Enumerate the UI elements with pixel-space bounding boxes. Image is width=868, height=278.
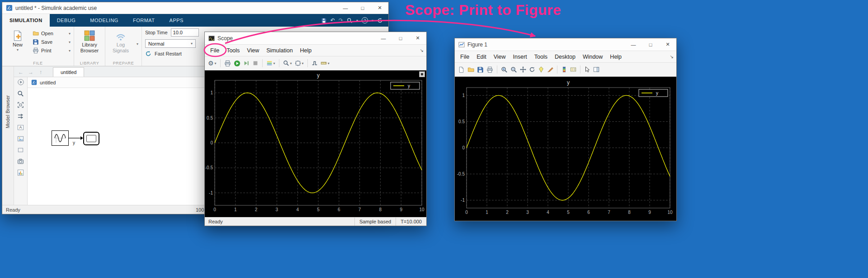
data-cursor-button[interactable] — [538, 66, 545, 73]
help-icon[interactable]: ? — [362, 17, 368, 23]
menu-file[interactable]: File — [457, 51, 473, 62]
print-figure-button[interactable] — [486, 66, 494, 74]
update-diagram-icon[interactable] — [17, 113, 24, 120]
close-button[interactable]: ✕ — [409, 32, 426, 44]
new-figure-button[interactable] — [458, 66, 465, 74]
sync-icon[interactable] — [377, 18, 383, 23]
undo-icon[interactable]: ↶ — [330, 18, 335, 23]
menu-help[interactable]: Help — [297, 45, 316, 56]
new-button[interactable]: New ▾ — [5, 29, 30, 59]
image-icon[interactable] — [17, 135, 24, 142]
zoom-out-button[interactable] — [510, 66, 518, 74]
stop-button[interactable] — [252, 60, 259, 67]
insert-colorbar-button[interactable] — [561, 66, 568, 73]
save-figure-button[interactable] — [476, 66, 484, 74]
print-button[interactable] — [224, 60, 231, 67]
area-box-icon[interactable] — [17, 147, 24, 153]
viewer-chart-icon[interactable] — [17, 169, 24, 176]
log-signals-button[interactable]: Log Signals — [108, 29, 133, 59]
fast-restart-button[interactable]: Fast Restart — [145, 51, 199, 57]
show-model-browser-button[interactable] — [17, 79, 24, 86]
stop-time-input[interactable] — [171, 28, 199, 37]
zoom-out-icon — [510, 66, 517, 73]
tab-format[interactable]: FORMAT — [126, 14, 162, 27]
redo-icon[interactable]: ↷ — [339, 18, 343, 23]
measurements-button[interactable]: ▾ — [320, 60, 330, 67]
print-button[interactable]: Print ▾ — [33, 47, 71, 54]
scope-chart[interactable]: 012345678910-1-0.500.51yy — [205, 70, 426, 217]
menu-tools[interactable]: Tools — [531, 51, 551, 62]
open-file-button[interactable] — [467, 66, 475, 74]
trigger-button[interactable] — [311, 60, 318, 67]
save-icon[interactable] — [321, 18, 327, 23]
help-dropdown-icon[interactable]: ▾ — [372, 19, 373, 23]
maximize-button[interactable]: □ — [354, 2, 371, 14]
search-icon[interactable] — [347, 18, 353, 23]
settings-button[interactable]: ⚙▾ — [208, 60, 217, 67]
figure-titlebar[interactable]: Figure 1 — □ ✕ — [455, 38, 676, 51]
style-dropdown-icon: ▾ — [274, 61, 275, 65]
section-label-file: FILE — [2, 61, 74, 65]
zoom-icon[interactable] — [17, 90, 24, 97]
menu-edit[interactable]: Edit — [473, 51, 490, 62]
scope-toolbar: ⚙▾ ▾ ▾ ▾ ▾ — [205, 56, 426, 70]
up-icon[interactable]: ↑ — [36, 69, 46, 77]
scope-titlebar[interactable]: Scope — □ ✕ — [205, 32, 426, 45]
quick-access-dropdown-icon[interactable]: ▾ — [356, 19, 358, 23]
pan-button[interactable] — [519, 66, 527, 73]
insert-legend-button[interactable] — [570, 66, 577, 73]
simulink-titlebar[interactable]: untitled * - Simulink academic use — □ ✕ — [2, 2, 388, 14]
close-button[interactable]: ✕ — [371, 2, 388, 14]
tab-simulation[interactable]: SIMULATION — [2, 14, 50, 27]
forward-icon[interactable]: → — [26, 69, 36, 77]
menu-tools[interactable]: Tools — [223, 45, 243, 56]
simulation-mode-select[interactable]: Normal ▾ — [145, 39, 196, 48]
menu-view[interactable]: View — [243, 45, 263, 56]
fit-view-icon[interactable] — [17, 102, 24, 108]
x-tick-label: 4 — [296, 207, 299, 212]
maximize-button[interactable]: □ — [642, 38, 659, 51]
tab-apps[interactable]: APPS — [162, 14, 191, 27]
edit-plot-button[interactable] — [584, 66, 591, 73]
close-button[interactable]: ✕ — [659, 38, 676, 51]
menu-window[interactable]: Window — [579, 51, 606, 62]
menu-desktop[interactable]: Desktop — [551, 51, 579, 62]
library-browser-button[interactable]: Library Browser — [77, 29, 102, 59]
prepare-gallery-dropdown-icon[interactable]: ▾ — [137, 42, 138, 46]
zoom-in-button[interactable] — [500, 66, 508, 74]
maximize-button[interactable]: □ — [392, 32, 409, 44]
tab-modeling[interactable]: MODELING — [83, 14, 126, 27]
tab-debug[interactable]: DEBUG — [50, 14, 83, 27]
rotate-3d-button[interactable] — [528, 66, 536, 73]
menu-insert[interactable]: Insert — [509, 51, 531, 62]
annotation-icon[interactable] — [17, 124, 24, 131]
back-icon[interactable]: ← — [16, 69, 26, 77]
brush-button[interactable] — [547, 66, 554, 73]
menu-view[interactable]: View — [490, 51, 509, 62]
sine-wave-block[interactable] — [52, 130, 69, 146]
menu-file[interactable]: File — [207, 45, 223, 56]
editor-tab-untitled[interactable]: untitled — [53, 67, 84, 77]
maximize-axes-button[interactable] — [419, 71, 425, 77]
menubar-corner-icon[interactable]: ↘ — [420, 48, 424, 53]
zoom-button[interactable]: ▾ — [283, 60, 292, 67]
open-button[interactable]: Open ▾ — [33, 30, 71, 37]
save-button[interactable]: Save ▾ — [33, 39, 71, 45]
minimize-button[interactable]: — — [337, 2, 354, 14]
figure-chart[interactable]: 012345678910-1-0.500.51yy — [455, 77, 676, 221]
simulink-app-icon — [6, 5, 13, 11]
minimize-button[interactable]: — — [375, 32, 392, 44]
model-browser-strip[interactable]: Model Browser — [2, 66, 14, 205]
camera-icon[interactable] — [17, 158, 24, 165]
run-button[interactable] — [233, 60, 241, 67]
menu-help[interactable]: Help — [606, 51, 625, 62]
model-name[interactable]: untitled — [40, 80, 56, 85]
scope-block[interactable] — [83, 132, 99, 145]
menubar-corner-icon[interactable]: ↘ — [670, 54, 674, 59]
step-forward-button[interactable] — [243, 60, 250, 67]
signal-style-button[interactable]: ▾ — [266, 60, 276, 67]
scale-axes-button[interactable]: ▾ — [294, 60, 304, 67]
menu-simulation[interactable]: Simulation — [263, 45, 296, 56]
minimize-button[interactable]: — — [625, 38, 642, 51]
plot-browser-button[interactable] — [593, 66, 600, 73]
